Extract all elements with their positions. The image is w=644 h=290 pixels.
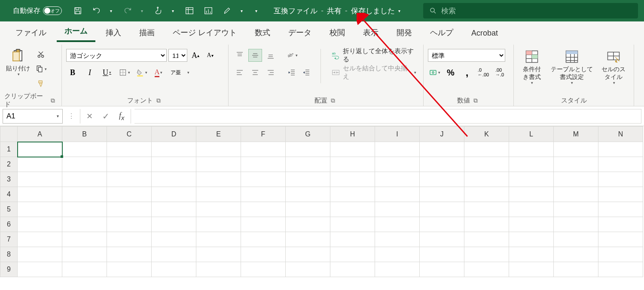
search-input[interactable]: 検索 [423, 3, 638, 18]
cell[interactable] [286, 172, 330, 187]
col-header[interactable]: N [598, 127, 643, 142]
namebox-dropdown-icon[interactable]: ▾ [57, 114, 59, 118]
decrease-decimal-icon[interactable]: .00→.0 [493, 66, 506, 79]
cell[interactable] [375, 217, 420, 232]
cell[interactable] [107, 232, 152, 247]
cell[interactable] [18, 217, 62, 232]
cell[interactable] [62, 157, 107, 172]
cell[interactable] [554, 202, 598, 217]
cell[interactable] [554, 157, 598, 172]
cell[interactable] [62, 172, 107, 187]
col-header[interactable]: J [420, 127, 464, 142]
cell[interactable] [18, 202, 62, 217]
increase-indent-icon[interactable] [300, 66, 313, 79]
touch-dropdown[interactable]: ▾ [172, 9, 176, 13]
cell[interactable] [330, 247, 375, 262]
cell[interactable] [152, 187, 196, 202]
cell[interactable] [464, 157, 509, 172]
tab-acrobat[interactable]: Acrobat [464, 25, 506, 42]
cell[interactable] [509, 262, 554, 277]
cell[interactable] [18, 232, 62, 247]
font-name-select[interactable]: 游ゴシック [66, 49, 167, 62]
cell[interactable] [107, 262, 152, 277]
cell[interactable] [598, 202, 643, 217]
row-header[interactable]: 7 [0, 232, 18, 247]
paste-button[interactable]: 貼り付け▾ [4, 46, 32, 79]
tab-data[interactable]: データ [281, 24, 319, 42]
cell[interactable] [330, 187, 375, 202]
save-icon[interactable] [72, 5, 83, 16]
cell[interactable] [464, 262, 509, 277]
cell[interactable] [375, 142, 420, 157]
cell[interactable] [196, 202, 241, 217]
cell[interactable] [286, 142, 330, 157]
cell[interactable] [241, 262, 286, 277]
cell[interactable] [420, 232, 464, 247]
number-launcher[interactable]: ⧉ [473, 97, 480, 104]
cell[interactable] [464, 217, 509, 232]
cell[interactable] [18, 172, 62, 187]
touch-mode-icon[interactable] [153, 5, 164, 16]
tab-file[interactable]: ファイル [8, 24, 54, 42]
cell[interactable] [18, 247, 62, 262]
cell[interactable] [62, 187, 107, 202]
row-header[interactable]: 8 [0, 247, 18, 262]
cell[interactable] [241, 157, 286, 172]
font-size-select[interactable]: 11 [168, 49, 187, 62]
cell[interactable] [375, 157, 420, 172]
cell[interactable] [330, 262, 375, 277]
col-header[interactable]: G [286, 127, 330, 142]
cell[interactable] [152, 157, 196, 172]
redo-icon[interactable] [122, 5, 133, 16]
pen-dropdown[interactable]: ▾ [241, 9, 245, 13]
cell[interactable] [18, 262, 62, 277]
col-header[interactable]: B [62, 127, 107, 142]
cell[interactable] [420, 187, 464, 202]
cell[interactable] [554, 142, 598, 157]
cell[interactable] [375, 172, 420, 187]
increase-font-icon[interactable]: A▴ [189, 49, 202, 62]
cell[interactable] [241, 142, 286, 157]
bold-button[interactable]: B [66, 66, 79, 79]
orientation-button[interactable]: ab▾ [285, 49, 298, 62]
cell[interactable] [107, 187, 152, 202]
row-header[interactable]: 5 [0, 202, 18, 217]
cell[interactable] [107, 142, 152, 157]
cell[interactable] [420, 202, 464, 217]
cell[interactable] [62, 247, 107, 262]
cell[interactable] [196, 217, 241, 232]
cell[interactable] [375, 202, 420, 217]
conditional-format-button[interactable]: 条件付き書式▾ [518, 47, 546, 88]
cell[interactable] [330, 217, 375, 232]
cell[interactable] [598, 157, 643, 172]
cell[interactable] [375, 262, 420, 277]
cell[interactable] [330, 157, 375, 172]
cell[interactable] [62, 262, 107, 277]
cell[interactable] [107, 217, 152, 232]
cell[interactable] [18, 187, 62, 202]
col-header[interactable]: A [18, 127, 62, 142]
cell[interactable] [18, 157, 62, 172]
cell[interactable] [286, 202, 330, 217]
cell[interactable] [509, 217, 554, 232]
cell[interactable] [196, 247, 241, 262]
cell[interactable] [598, 217, 643, 232]
cell[interactable] [464, 172, 509, 187]
align-top-icon[interactable] [233, 49, 247, 62]
cell[interactable] [598, 187, 643, 202]
cancel-formula-icon[interactable]: ✕ [86, 112, 93, 121]
cell[interactable] [554, 262, 598, 277]
font-color-button[interactable]: A▾ [152, 66, 165, 79]
accounting-format-icon[interactable]: ▾ [428, 66, 441, 79]
decrease-font-icon[interactable]: A▾ [204, 49, 217, 62]
cell[interactable] [241, 232, 286, 247]
cell[interactable] [464, 232, 509, 247]
cell[interactable] [509, 187, 554, 202]
cell[interactable] [18, 142, 62, 157]
cell[interactable] [554, 172, 598, 187]
cell[interactable] [241, 217, 286, 232]
cell[interactable] [375, 247, 420, 262]
cell[interactable] [286, 247, 330, 262]
cell[interactable] [509, 247, 554, 262]
cell[interactable] [330, 142, 375, 157]
